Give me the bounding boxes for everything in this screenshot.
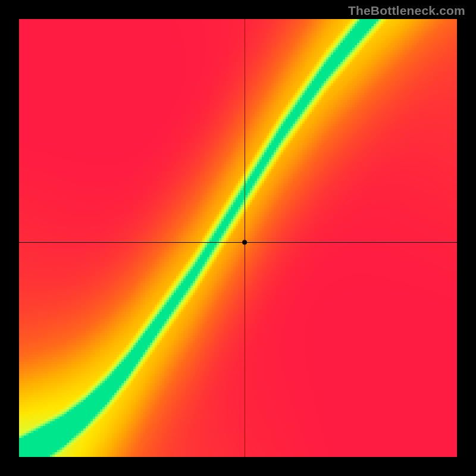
watermark-text: TheBottleneck.com xyxy=(348,4,465,18)
crosshair-overlay xyxy=(19,19,457,457)
figure-container: TheBottleneck.com xyxy=(0,0,476,476)
